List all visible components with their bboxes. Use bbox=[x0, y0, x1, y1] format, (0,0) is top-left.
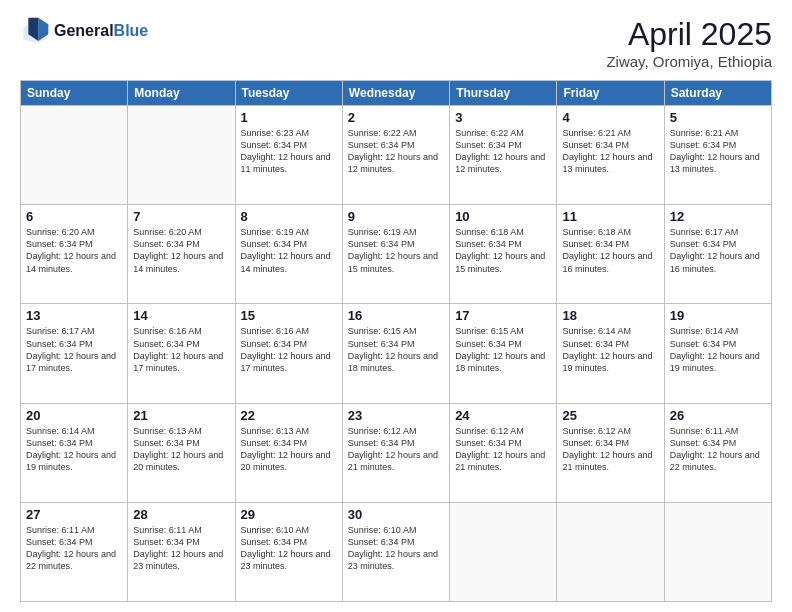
header-friday: Friday bbox=[557, 81, 664, 106]
day-number: 3 bbox=[455, 110, 551, 125]
day-cell: 25Sunrise: 6:12 AM Sunset: 6:34 PM Dayli… bbox=[557, 403, 664, 502]
day-cell: 4Sunrise: 6:21 AM Sunset: 6:34 PM Daylig… bbox=[557, 106, 664, 205]
day-info: Sunrise: 6:18 AM Sunset: 6:34 PM Dayligh… bbox=[562, 226, 658, 275]
day-number: 25 bbox=[562, 408, 658, 423]
day-number: 21 bbox=[133, 408, 229, 423]
day-cell: 14Sunrise: 6:16 AM Sunset: 6:34 PM Dayli… bbox=[128, 304, 235, 403]
day-cell: 21Sunrise: 6:13 AM Sunset: 6:34 PM Dayli… bbox=[128, 403, 235, 502]
day-info: Sunrise: 6:22 AM Sunset: 6:34 PM Dayligh… bbox=[348, 127, 444, 176]
day-cell: 29Sunrise: 6:10 AM Sunset: 6:34 PM Dayli… bbox=[235, 502, 342, 601]
day-number: 23 bbox=[348, 408, 444, 423]
day-number: 27 bbox=[26, 507, 122, 522]
day-info: Sunrise: 6:11 AM Sunset: 6:34 PM Dayligh… bbox=[133, 524, 229, 573]
day-cell: 13Sunrise: 6:17 AM Sunset: 6:34 PM Dayli… bbox=[21, 304, 128, 403]
day-info: Sunrise: 6:20 AM Sunset: 6:34 PM Dayligh… bbox=[26, 226, 122, 275]
day-number: 15 bbox=[241, 308, 337, 323]
day-cell bbox=[21, 106, 128, 205]
day-info: Sunrise: 6:15 AM Sunset: 6:34 PM Dayligh… bbox=[455, 325, 551, 374]
day-info: Sunrise: 6:14 AM Sunset: 6:34 PM Dayligh… bbox=[670, 325, 766, 374]
day-info: Sunrise: 6:20 AM Sunset: 6:34 PM Dayligh… bbox=[133, 226, 229, 275]
day-info: Sunrise: 6:15 AM Sunset: 6:34 PM Dayligh… bbox=[348, 325, 444, 374]
day-number: 28 bbox=[133, 507, 229, 522]
logo-icon bbox=[20, 16, 50, 46]
day-info: Sunrise: 6:11 AM Sunset: 6:34 PM Dayligh… bbox=[670, 425, 766, 474]
day-cell: 27Sunrise: 6:11 AM Sunset: 6:34 PM Dayli… bbox=[21, 502, 128, 601]
logo: GeneralBlue bbox=[20, 16, 148, 46]
day-cell: 10Sunrise: 6:18 AM Sunset: 6:34 PM Dayli… bbox=[450, 205, 557, 304]
day-number: 4 bbox=[562, 110, 658, 125]
day-info: Sunrise: 6:10 AM Sunset: 6:34 PM Dayligh… bbox=[241, 524, 337, 573]
day-info: Sunrise: 6:17 AM Sunset: 6:34 PM Dayligh… bbox=[670, 226, 766, 275]
day-cell: 17Sunrise: 6:15 AM Sunset: 6:34 PM Dayli… bbox=[450, 304, 557, 403]
day-cell: 26Sunrise: 6:11 AM Sunset: 6:34 PM Dayli… bbox=[664, 403, 771, 502]
header-saturday: Saturday bbox=[664, 81, 771, 106]
day-info: Sunrise: 6:10 AM Sunset: 6:34 PM Dayligh… bbox=[348, 524, 444, 573]
logo-text: GeneralBlue bbox=[54, 22, 148, 40]
header-sunday: Sunday bbox=[21, 81, 128, 106]
day-info: Sunrise: 6:17 AM Sunset: 6:34 PM Dayligh… bbox=[26, 325, 122, 374]
day-info: Sunrise: 6:21 AM Sunset: 6:34 PM Dayligh… bbox=[670, 127, 766, 176]
day-number: 6 bbox=[26, 209, 122, 224]
day-cell: 20Sunrise: 6:14 AM Sunset: 6:34 PM Dayli… bbox=[21, 403, 128, 502]
day-info: Sunrise: 6:19 AM Sunset: 6:34 PM Dayligh… bbox=[241, 226, 337, 275]
svg-marker-1 bbox=[38, 18, 48, 41]
header-tuesday: Tuesday bbox=[235, 81, 342, 106]
title-block: April 2025 Ziway, Oromiya, Ethiopia bbox=[606, 16, 772, 70]
day-number: 30 bbox=[348, 507, 444, 522]
day-number: 13 bbox=[26, 308, 122, 323]
day-number: 16 bbox=[348, 308, 444, 323]
day-info: Sunrise: 6:11 AM Sunset: 6:34 PM Dayligh… bbox=[26, 524, 122, 573]
day-number: 10 bbox=[455, 209, 551, 224]
day-info: Sunrise: 6:14 AM Sunset: 6:34 PM Dayligh… bbox=[26, 425, 122, 474]
day-number: 29 bbox=[241, 507, 337, 522]
day-cell: 18Sunrise: 6:14 AM Sunset: 6:34 PM Dayli… bbox=[557, 304, 664, 403]
week-row-2: 6Sunrise: 6:20 AM Sunset: 6:34 PM Daylig… bbox=[21, 205, 772, 304]
week-row-1: 1Sunrise: 6:23 AM Sunset: 6:34 PM Daylig… bbox=[21, 106, 772, 205]
day-info: Sunrise: 6:13 AM Sunset: 6:34 PM Dayligh… bbox=[133, 425, 229, 474]
day-cell: 2Sunrise: 6:22 AM Sunset: 6:34 PM Daylig… bbox=[342, 106, 449, 205]
day-info: Sunrise: 6:21 AM Sunset: 6:34 PM Dayligh… bbox=[562, 127, 658, 176]
day-info: Sunrise: 6:14 AM Sunset: 6:34 PM Dayligh… bbox=[562, 325, 658, 374]
day-cell bbox=[557, 502, 664, 601]
subtitle: Ziway, Oromiya, Ethiopia bbox=[606, 53, 772, 70]
day-info: Sunrise: 6:18 AM Sunset: 6:34 PM Dayligh… bbox=[455, 226, 551, 275]
day-number: 8 bbox=[241, 209, 337, 224]
day-number: 24 bbox=[455, 408, 551, 423]
header-thursday: Thursday bbox=[450, 81, 557, 106]
day-cell bbox=[450, 502, 557, 601]
day-info: Sunrise: 6:12 AM Sunset: 6:34 PM Dayligh… bbox=[562, 425, 658, 474]
day-number: 20 bbox=[26, 408, 122, 423]
day-info: Sunrise: 6:16 AM Sunset: 6:34 PM Dayligh… bbox=[241, 325, 337, 374]
day-number: 7 bbox=[133, 209, 229, 224]
day-cell bbox=[128, 106, 235, 205]
day-cell: 23Sunrise: 6:12 AM Sunset: 6:34 PM Dayli… bbox=[342, 403, 449, 502]
day-cell: 16Sunrise: 6:15 AM Sunset: 6:34 PM Dayli… bbox=[342, 304, 449, 403]
day-cell: 19Sunrise: 6:14 AM Sunset: 6:34 PM Dayli… bbox=[664, 304, 771, 403]
day-number: 17 bbox=[455, 308, 551, 323]
day-number: 5 bbox=[670, 110, 766, 125]
header-monday: Monday bbox=[128, 81, 235, 106]
day-cell: 12Sunrise: 6:17 AM Sunset: 6:34 PM Dayli… bbox=[664, 205, 771, 304]
day-info: Sunrise: 6:12 AM Sunset: 6:34 PM Dayligh… bbox=[455, 425, 551, 474]
day-info: Sunrise: 6:23 AM Sunset: 6:34 PM Dayligh… bbox=[241, 127, 337, 176]
day-cell bbox=[664, 502, 771, 601]
day-cell: 3Sunrise: 6:22 AM Sunset: 6:34 PM Daylig… bbox=[450, 106, 557, 205]
day-number: 19 bbox=[670, 308, 766, 323]
day-number: 22 bbox=[241, 408, 337, 423]
week-row-3: 13Sunrise: 6:17 AM Sunset: 6:34 PM Dayli… bbox=[21, 304, 772, 403]
day-cell: 6Sunrise: 6:20 AM Sunset: 6:34 PM Daylig… bbox=[21, 205, 128, 304]
day-cell: 5Sunrise: 6:21 AM Sunset: 6:34 PM Daylig… bbox=[664, 106, 771, 205]
day-number: 26 bbox=[670, 408, 766, 423]
main-title: April 2025 bbox=[606, 16, 772, 53]
day-cell: 24Sunrise: 6:12 AM Sunset: 6:34 PM Dayli… bbox=[450, 403, 557, 502]
header: GeneralBlue April 2025 Ziway, Oromiya, E… bbox=[20, 16, 772, 70]
day-cell: 7Sunrise: 6:20 AM Sunset: 6:34 PM Daylig… bbox=[128, 205, 235, 304]
day-number: 2 bbox=[348, 110, 444, 125]
day-number: 14 bbox=[133, 308, 229, 323]
day-cell: 8Sunrise: 6:19 AM Sunset: 6:34 PM Daylig… bbox=[235, 205, 342, 304]
day-info: Sunrise: 6:12 AM Sunset: 6:34 PM Dayligh… bbox=[348, 425, 444, 474]
day-number: 12 bbox=[670, 209, 766, 224]
day-info: Sunrise: 6:13 AM Sunset: 6:34 PM Dayligh… bbox=[241, 425, 337, 474]
page: GeneralBlue April 2025 Ziway, Oromiya, E… bbox=[0, 0, 792, 612]
day-cell: 1Sunrise: 6:23 AM Sunset: 6:34 PM Daylig… bbox=[235, 106, 342, 205]
